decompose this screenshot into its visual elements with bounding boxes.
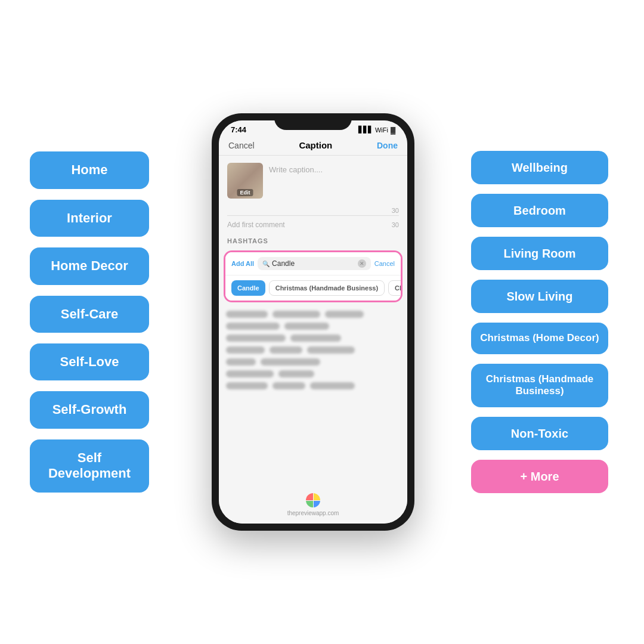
hashtags-label: HASHTAGS bbox=[219, 234, 407, 247]
add-all-button[interactable]: Add All bbox=[231, 260, 254, 267]
battery-icon: ▓ bbox=[391, 126, 395, 134]
phone-mockup: 7:44 ▋▋▋ WiFi ▓ Cancel Caption Done bbox=[212, 113, 414, 531]
tag-self-growth[interactable]: Self-Growth bbox=[30, 391, 149, 428]
app-icon bbox=[306, 493, 320, 507]
chip-christmas-handmade[interactable]: Christmas (Handmade Business) bbox=[269, 280, 385, 296]
comment-char-count: 30 bbox=[392, 221, 399, 228]
tag-bedroom[interactable]: Bedroom bbox=[471, 194, 608, 227]
tag-self-care[interactable]: Self-Care bbox=[30, 296, 149, 333]
post-thumbnail: Edit bbox=[227, 163, 263, 199]
caption-input[interactable]: Write caption.... bbox=[269, 163, 323, 199]
tag-christmas-handmade-business[interactable]: Christmas (Handmade Business) bbox=[471, 364, 608, 407]
tag-slow-living[interactable]: Slow Living bbox=[471, 280, 608, 313]
comment-placeholder[interactable]: Add first comment bbox=[227, 221, 285, 229]
tag-self-love[interactable]: Self-Love bbox=[30, 343, 149, 380]
search-cancel-button[interactable]: Cancel bbox=[374, 260, 395, 267]
right-tags-column: Wellbeing Bedroom Living Room Slow Livin… bbox=[471, 151, 614, 493]
caption-char-count: 30 bbox=[392, 207, 399, 214]
tag-christmas-home-decor[interactable]: Christmas (Home Decor) bbox=[471, 323, 608, 354]
search-query: Candle bbox=[272, 259, 355, 268]
tag-living-room[interactable]: Living Room bbox=[471, 237, 608, 270]
icon-quadrant-2 bbox=[314, 493, 321, 500]
tag-non-toxic[interactable]: Non-Toxic bbox=[471, 417, 608, 450]
status-icons: ▋▋▋ WiFi ▓ bbox=[358, 126, 395, 134]
status-time: 7:44 bbox=[231, 125, 246, 134]
caption-header: Cancel Caption Done bbox=[219, 137, 407, 156]
left-tags-column: Home Interior Home Decor Self-Care Self-… bbox=[30, 151, 155, 492]
tag-interior[interactable]: Interior bbox=[30, 200, 149, 237]
tag-home[interactable]: Home bbox=[30, 151, 149, 188]
hashtag-results bbox=[219, 306, 407, 488]
signal-icon: ▋▋▋ bbox=[358, 126, 373, 134]
brand-label: thepreviewapp.com bbox=[287, 510, 339, 516]
chip-candle[interactable]: Candle bbox=[231, 280, 265, 296]
comment-area: Add first comment 30 bbox=[219, 216, 407, 234]
icon-quadrant-1 bbox=[306, 493, 313, 500]
tag-chips-row: Candle Christmas (Handmade Business) Chr… bbox=[225, 275, 401, 301]
cancel-button[interactable]: Cancel bbox=[228, 141, 255, 150]
clear-search-button[interactable]: ✕ bbox=[358, 259, 366, 268]
tag-more[interactable]: + More bbox=[471, 460, 608, 493]
phone-screen: 7:44 ▋▋▋ WiFi ▓ Cancel Caption Done bbox=[219, 120, 407, 524]
icon-quadrant-4 bbox=[314, 501, 321, 508]
phone-notch bbox=[274, 113, 352, 130]
search-input[interactable]: 🔍 Candle ✕ bbox=[258, 257, 371, 270]
caption-title: Caption bbox=[299, 140, 332, 150]
icon-quadrant-3 bbox=[306, 501, 313, 508]
search-icon: 🔍 bbox=[262, 261, 270, 267]
edit-label[interactable]: Edit bbox=[237, 189, 253, 196]
tag-home-decor[interactable]: Home Decor bbox=[30, 247, 149, 284]
tag-wellbeing[interactable]: Wellbeing bbox=[471, 151, 608, 184]
tag-self-development[interactable]: Self Development bbox=[30, 439, 149, 493]
chip-christmas-more[interactable]: Christm... bbox=[388, 280, 401, 296]
wifi-icon: WiFi bbox=[375, 126, 388, 134]
caption-area: Edit Write caption.... bbox=[219, 156, 407, 206]
hashtag-search-panel: Add All 🔍 Candle ✕ Cancel Candle Christm… bbox=[224, 250, 402, 302]
search-row: Add All 🔍 Candle ✕ Cancel bbox=[225, 252, 401, 275]
phone-bottom: thepreviewapp.com bbox=[219, 488, 407, 524]
phone-frame: 7:44 ▋▋▋ WiFi ▓ Cancel Caption Done bbox=[212, 113, 414, 531]
done-button[interactable]: Done bbox=[377, 141, 398, 150]
page-wrapper: Home Interior Home Decor Self-Care Self-… bbox=[0, 0, 644, 644]
